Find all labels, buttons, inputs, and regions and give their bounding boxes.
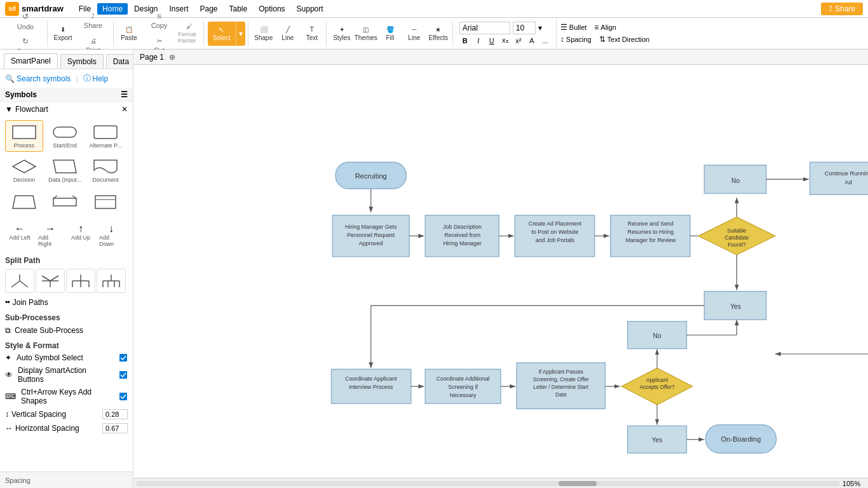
undo-redo-group: ↺ Undo ↻ Redo [4, 21, 48, 46]
bold-button[interactable]: B [459, 36, 471, 46]
menu-options[interactable]: Options [254, 3, 290, 15]
diagram-svg: Recruiting Hiring Manager Gets Personnel… [133, 65, 868, 478]
auto-symbol-icon: ✦ [5, 353, 11, 362]
add-left-button[interactable]: ← Add Left [5, 220, 34, 250]
add-page-icon[interactable]: ⊕ [169, 53, 175, 62]
themes-button[interactable]: ◫ Themes [355, 22, 377, 46]
shape-document[interactable]: Document [86, 154, 125, 186]
select-dropdown[interactable]: ▾ [236, 22, 245, 46]
create-sub-process-label: Create Sub-Process [15, 326, 83, 335]
font-name-input[interactable] [459, 22, 510, 34]
canvas[interactable]: Recruiting Hiring Manager Gets Personnel… [133, 65, 868, 478]
flowchart-category[interactable]: ▼ Flowchart ✕ [0, 102, 133, 116]
svg-text:Ad: Ad [844, 179, 851, 186]
italic-button[interactable]: I [473, 36, 484, 46]
paste-button[interactable]: 📋 Paste [118, 22, 140, 46]
export-button[interactable]: ⬇ Export [51, 22, 74, 46]
split4-svg [102, 273, 121, 288]
shape-extra3[interactable] [86, 190, 125, 214]
svg-text:Continue Running: Continue Running [825, 170, 868, 177]
font-size-dropdown[interactable]: ▾ [538, 24, 542, 32]
menu-support[interactable]: Support [292, 3, 329, 15]
symbols-tab[interactable]: Symbols [60, 54, 104, 69]
add-down-button[interactable]: ↓ Add Down [97, 220, 126, 250]
split-4[interactable] [97, 269, 126, 293]
menu-table[interactable]: Table [224, 3, 253, 15]
shape-extra2[interactable] [46, 190, 84, 214]
fill-button[interactable]: 🪣 Fill [379, 22, 402, 46]
print-icon: 🖨 [90, 37, 97, 44]
format-painter-button[interactable]: 🖌 Format Painter [178, 22, 201, 46]
scroll-thumb[interactable] [559, 481, 597, 486]
help-link[interactable]: ⓘ Help [83, 73, 109, 84]
text-direction-button[interactable]: ⇅ Text Direction [599, 35, 650, 44]
join-paths-row[interactable]: • • Join Paths [0, 295, 133, 309]
svg-text:Screening, Create Offer: Screening, Create Offer [533, 376, 589, 383]
font-size-input[interactable] [513, 22, 536, 34]
copy-button[interactable]: ⎘ Copy [142, 9, 177, 33]
horizontal-spacing-input[interactable] [102, 423, 128, 433]
svg-marker-3 [13, 160, 36, 173]
shape-start-end[interactable]: Start/End [46, 120, 84, 152]
vertical-spacing-input[interactable] [102, 409, 128, 419]
undo-button[interactable]: ↺ Undo [6, 9, 44, 33]
display-smartaction-check-svg [119, 370, 128, 379]
page-label: Page 1 [140, 53, 164, 62]
shape-extra1[interactable] [5, 190, 43, 214]
shape-process[interactable]: Process [5, 120, 43, 152]
text-button[interactable]: T Text [301, 22, 323, 46]
add-right-button[interactable]: → Add Right [36, 220, 65, 250]
svg-text:Hiring Manager: Hiring Manager [444, 240, 482, 247]
display-smartaction-checkbox[interactable] [119, 370, 128, 379]
svg-text:No: No [653, 332, 661, 339]
align-button[interactable]: ≡ Align [594, 23, 616, 32]
menu-page[interactable]: Page [194, 3, 222, 15]
redo-icon: ↻ [22, 37, 29, 46]
auto-symbol-checkbox[interactable] [119, 353, 128, 362]
select-main[interactable]: ↖ Select [208, 22, 236, 46]
select-group: ↖ Select ▾ [205, 21, 248, 46]
split-2[interactable] [36, 269, 65, 293]
flowchart-close-icon[interactable]: ✕ [121, 105, 128, 114]
svg-text:Personnel Request: Personnel Request [347, 232, 395, 238]
bullet-icon: ☰ [560, 23, 567, 32]
data-tab[interactable]: Data [106, 54, 133, 69]
share-button[interactable]: ⤴ Share [821, 3, 863, 15]
select-button[interactable]: ↖ Select ▾ [208, 22, 245, 46]
align-icon: ≡ [594, 23, 599, 32]
shape-decision[interactable]: Decision [5, 154, 43, 186]
search-symbols-link[interactable]: 🔍 Search symbols [5, 74, 71, 83]
flowchart-arrow-icon: ▼ [5, 105, 13, 114]
share-toolbar-button[interactable]: ⤴ Share [76, 9, 111, 33]
svg-text:Coordinate Applicant: Coordinate Applicant [345, 376, 397, 382]
shape-data-input[interactable]: Data (Input... [46, 154, 84, 186]
superscript-button[interactable]: x² [513, 36, 524, 46]
shape-button[interactable]: ⬜ Shape [252, 22, 275, 46]
split-1[interactable] [5, 269, 34, 293]
underline-button[interactable]: U [486, 36, 498, 46]
scroll-track[interactable] [136, 481, 840, 486]
style-format-label: Style & Format [0, 337, 133, 351]
effects-button[interactable]: ★ Effects [427, 22, 450, 46]
line-button[interactable]: ╱ Line [276, 22, 299, 46]
smartpanel-tab[interactable]: SmartPanel [4, 53, 58, 69]
create-sub-process-row[interactable]: ⧉ Create Sub-Process [0, 323, 133, 337]
svg-line-15 [50, 276, 58, 281]
bullet-button[interactable]: ☰ Bullet [560, 23, 587, 32]
spacing-toolbar-button[interactable]: ↕ Spacing [560, 35, 592, 44]
shape-alternate[interactable]: Alternate P... [86, 120, 125, 152]
styles-button[interactable]: ✦ Styles [330, 22, 353, 46]
shapes-grid: Process Start/End Alternate P... [0, 116, 133, 190]
symbols-menu-icon[interactable]: ☰ [121, 90, 128, 99]
add-up-button[interactable]: ↑ Add Up [66, 220, 95, 250]
more-font-button[interactable]: … [539, 36, 551, 46]
split-3[interactable] [66, 269, 95, 293]
subscript-button[interactable]: x₂ [499, 36, 511, 46]
format-painter-icon: 🖌 [186, 23, 193, 30]
line2-button[interactable]: ─ Line [403, 22, 426, 46]
ctrl-arrow-checkbox[interactable] [119, 392, 128, 401]
font-color-button[interactable]: A [526, 36, 538, 46]
split-path-label: Split Path [0, 252, 133, 266]
canvas-scrollbar: 105% [133, 478, 868, 488]
svg-text:If Applicant Passes: If Applicant Passes [538, 369, 583, 375]
